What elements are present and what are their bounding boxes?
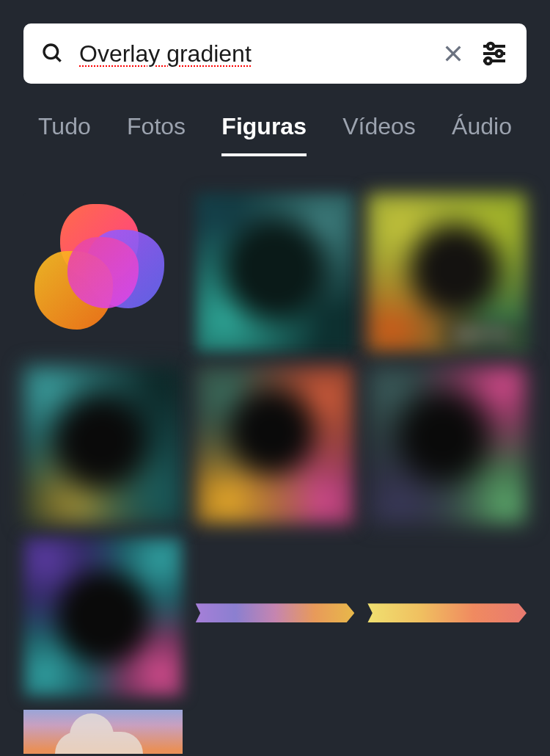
svg-point-0: [44, 45, 58, 59]
search-input[interactable]: [79, 40, 427, 68]
clear-search-icon[interactable]: [441, 42, 465, 65]
result-gradient-multicolor[interactable]: [196, 366, 355, 525]
result-gradient-teal-yellow[interactable]: [23, 366, 183, 525]
tab-videos[interactable]: Vídeos: [342, 113, 416, 156]
svg-point-5: [488, 43, 494, 49]
result-gradient-teal[interactable]: [196, 193, 355, 352]
result-gradient-blob[interactable]: [23, 193, 183, 352]
tab-tudo[interactable]: Tudo: [38, 113, 91, 156]
blob-shape: [32, 201, 175, 344]
svg-line-1: [56, 57, 61, 62]
search-bar: [23, 23, 527, 84]
result-gradient-strip-purple[interactable]: [196, 603, 355, 622]
result-gradient-frame[interactable]: [23, 537, 183, 697]
result-gradient-olive[interactable]: GRÁTIS: [367, 193, 527, 352]
tab-audio[interactable]: Áudio: [452, 113, 512, 156]
result-gradient-pink-green[interactable]: [367, 366, 527, 525]
result-gradient-strip-yellow[interactable]: [367, 603, 527, 622]
cloud-shape: [55, 732, 143, 754]
tab-figuras[interactable]: Figuras: [221, 113, 307, 156]
category-tabs: Tudo Fotos Figuras Vídeos Áudio: [23, 113, 527, 156]
svg-point-9: [485, 58, 491, 64]
free-badge: GRÁTIS: [443, 324, 521, 346]
tab-fotos[interactable]: Fotos: [127, 113, 186, 156]
filter-icon[interactable]: [480, 39, 509, 68]
search-icon: [41, 42, 65, 65]
results-grid: GRÁTIS: [23, 193, 527, 754]
svg-point-7: [496, 51, 502, 57]
result-gradient-sky[interactable]: [23, 710, 183, 754]
